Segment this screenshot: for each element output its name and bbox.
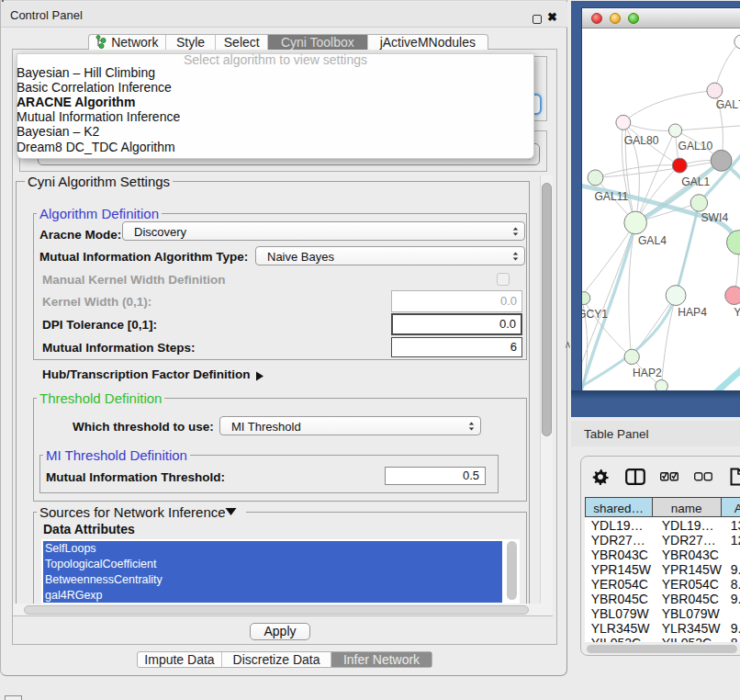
svg-text:GAL11: GAL11: [594, 190, 628, 203]
svg-text:GAL4: GAL4: [638, 234, 667, 247]
svg-text:YJ: YJ: [734, 306, 740, 319]
svg-text:GAL80: GAL80: [623, 134, 658, 147]
svg-text:SWI4: SWI4: [701, 211, 728, 224]
svg-text:GAL10: GAL10: [678, 140, 712, 152]
svg-text:HAP4: HAP4: [678, 306, 707, 319]
svg-text:GAL1: GAL1: [681, 175, 710, 188]
svg-text:HAP2: HAP2: [633, 367, 662, 379]
svg-text:GCY1: GCY1: [582, 308, 608, 321]
svg-text:GAL7: GAL7: [715, 98, 740, 111]
